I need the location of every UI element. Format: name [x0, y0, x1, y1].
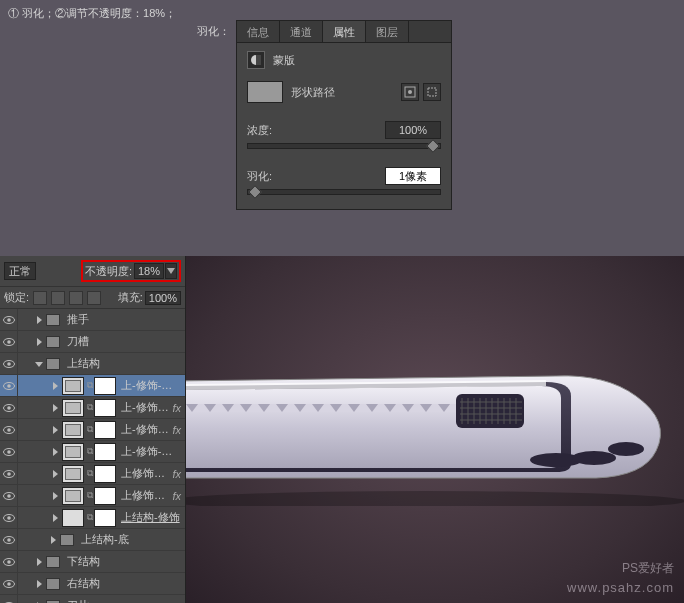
visibility-toggle[interactable] — [0, 573, 18, 595]
mask-thumbnail[interactable] — [94, 377, 116, 395]
visibility-toggle[interactable] — [0, 463, 18, 485]
layer-item[interactable]: ⧉上修饰结构-下fx — [0, 485, 185, 507]
layer-name[interactable]: 上结构-底 — [81, 532, 181, 547]
visibility-toggle[interactable] — [0, 397, 18, 419]
disclosure-triangle[interactable] — [34, 557, 44, 567]
layer-thumbnail[interactable] — [62, 465, 84, 483]
density-label: 浓度: — [247, 123, 297, 138]
disclosure-triangle[interactable] — [50, 447, 60, 457]
svg-point-54 — [186, 491, 684, 506]
disclosure-triangle[interactable] — [34, 359, 44, 369]
fill-value[interactable]: 100% — [145, 291, 181, 305]
layer-name[interactable]: 推手 — [67, 312, 181, 327]
layer-folder[interactable]: 上结构 — [0, 353, 185, 375]
blend-mode-dropdown[interactable]: 正常 — [4, 262, 36, 280]
disclosure-triangle[interactable] — [50, 403, 60, 413]
layer-name[interactable]: 上-修饰-高光 — [121, 444, 181, 459]
layer-folder[interactable]: 刀槽 — [0, 331, 185, 353]
link-icon: ⧉ — [86, 446, 94, 457]
layer-name[interactable]: 下结构 — [67, 554, 181, 569]
lock-transparency-icon[interactable] — [33, 291, 47, 305]
layer-thumbnail[interactable] — [62, 487, 84, 505]
mask-thumbnail[interactable] — [94, 421, 116, 439]
visibility-toggle[interactable] — [0, 375, 18, 397]
visibility-toggle[interactable] — [0, 309, 18, 331]
visibility-toggle[interactable] — [0, 507, 18, 529]
disclosure-triangle[interactable] — [34, 337, 44, 347]
layer-name[interactable]: 上修饰结构-上 — [121, 466, 170, 481]
layer-name[interactable]: 上修饰结构-下 — [121, 488, 170, 503]
disclosure-triangle[interactable] — [50, 513, 60, 523]
layer-item[interactable]: ⧉上-修饰-高光 — [0, 441, 185, 463]
svg-point-28 — [7, 560, 11, 564]
pixel-mask-button[interactable] — [401, 83, 419, 101]
layer-tree[interactable]: 推手刀槽上结构⧉上-修饰-细节1⧉上-修饰-左结构fx⧉上-修饰-右结构fx⧉上… — [0, 309, 185, 603]
lock-position-icon[interactable] — [69, 291, 83, 305]
slider-thumb[interactable] — [248, 185, 262, 199]
tab-layers[interactable]: 图层 — [366, 21, 409, 42]
layer-thumbnail[interactable] — [62, 443, 84, 461]
layer-name[interactable]: 上结构 — [67, 356, 181, 371]
tab-channels[interactable]: 通道 — [280, 21, 323, 42]
fx-badge[interactable]: fx — [172, 402, 181, 414]
layer-name[interactable]: 上-修饰-左结构 — [121, 400, 170, 415]
disclosure-triangle[interactable] — [50, 469, 60, 479]
visibility-toggle[interactable] — [0, 551, 18, 573]
layer-name[interactable]: 上-修饰-右结构 — [121, 422, 170, 437]
layer-name[interactable]: 刀槽 — [67, 334, 181, 349]
layer-item[interactable]: ⧉上-修饰-左结构fx — [0, 397, 185, 419]
visibility-toggle[interactable] — [0, 485, 18, 507]
visibility-toggle[interactable] — [0, 419, 18, 441]
feather-slider[interactable] — [247, 189, 441, 195]
disclosure-triangle[interactable] — [50, 491, 60, 501]
visibility-toggle[interactable] — [0, 595, 18, 604]
visibility-toggle[interactable] — [0, 331, 18, 353]
layer-name[interactable]: 上-修饰-细节1 — [121, 378, 181, 393]
svg-point-53 — [608, 442, 644, 456]
mask-thumbnail[interactable] — [94, 487, 116, 505]
mask-thumbnail[interactable] — [94, 465, 116, 483]
layer-name[interactable]: 上结构-修饰 — [121, 510, 181, 525]
mask-thumbnail[interactable] — [94, 399, 116, 417]
layer-folder[interactable]: 下结构 — [0, 551, 185, 573]
density-value[interactable]: 100% — [385, 121, 441, 139]
disclosure-triangle[interactable] — [34, 579, 44, 589]
disclosure-triangle[interactable] — [34, 315, 44, 325]
layer-folder[interactable]: 右结构 — [0, 573, 185, 595]
disclosure-triangle[interactable] — [50, 425, 60, 435]
lock-all-icon[interactable] — [87, 291, 101, 305]
layer-thumbnail[interactable] — [62, 509, 84, 527]
shape-swatch[interactable] — [247, 81, 283, 103]
layer-thumbnail[interactable] — [62, 421, 84, 439]
fx-badge[interactable]: fx — [172, 490, 181, 502]
visibility-toggle[interactable] — [0, 529, 18, 551]
mask-thumbnail[interactable] — [94, 443, 116, 461]
layer-folder[interactable]: 推手 — [0, 309, 185, 331]
lock-pixels-icon[interactable] — [51, 291, 65, 305]
visibility-toggle[interactable] — [0, 353, 18, 375]
layer-name[interactable]: 右结构 — [67, 576, 181, 591]
opacity-value[interactable]: 18% — [134, 263, 164, 279]
layer-folder[interactable]: 上结构-底 — [0, 529, 185, 551]
slider-thumb[interactable] — [426, 139, 440, 153]
vector-mask-button[interactable] — [423, 83, 441, 101]
layer-item[interactable]: ⧉上结构-修饰 — [0, 507, 185, 529]
opacity-dropdown-icon[interactable] — [165, 263, 177, 279]
feather-value-input[interactable]: 1像素 — [385, 167, 441, 185]
density-slider[interactable] — [247, 143, 441, 149]
visibility-toggle[interactable] — [0, 441, 18, 463]
tab-properties[interactable]: 属性 — [323, 21, 366, 42]
layer-folder[interactable]: 刀片 — [0, 595, 185, 603]
disclosure-triangle[interactable] — [50, 381, 60, 391]
layer-thumbnail[interactable] — [62, 377, 84, 395]
disclosure-triangle[interactable] — [48, 535, 58, 545]
fx-badge[interactable]: fx — [172, 468, 181, 480]
layer-thumbnail[interactable] — [62, 399, 84, 417]
layer-name[interactable]: 刀片 — [67, 598, 181, 603]
fx-badge[interactable]: fx — [172, 424, 181, 436]
layer-item[interactable]: ⧉上-修饰-细节1 — [0, 375, 185, 397]
mask-thumbnail[interactable] — [94, 509, 116, 527]
layer-item[interactable]: ⧉上修饰结构-上fx — [0, 463, 185, 485]
layer-item[interactable]: ⧉上-修饰-右结构fx — [0, 419, 185, 441]
tab-info[interactable]: 信息 — [237, 21, 280, 42]
